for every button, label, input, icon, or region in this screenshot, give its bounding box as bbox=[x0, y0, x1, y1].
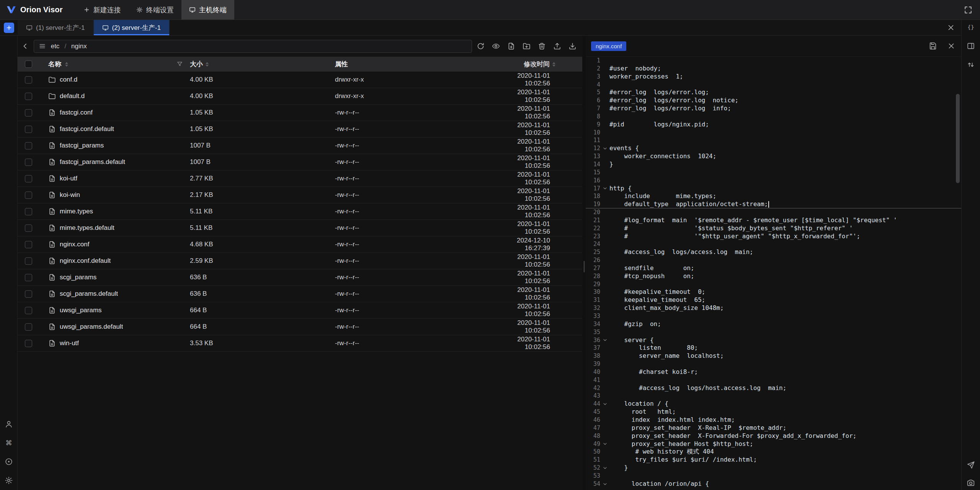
code-line[interactable]: 20 bbox=[586, 208, 961, 216]
close-panel-icon[interactable] bbox=[947, 23, 955, 32]
file-row[interactable]: scgi_params636 B-rw-r--r--2020-11-01 10:… bbox=[18, 269, 582, 286]
code-line[interactable]: 35 bbox=[586, 328, 961, 336]
code-line[interactable]: 31 keepalive_timeout 65; bbox=[586, 296, 961, 304]
code-line[interactable]: 3worker_processes 1; bbox=[586, 73, 961, 81]
terminal-tab-2[interactable]: (2) server-生产-1 bbox=[94, 20, 170, 35]
file-row[interactable]: fastcgi_params.default1007 B-rw-r--r--20… bbox=[18, 154, 582, 170]
code-line[interactable]: 28 #tcp_nopush on; bbox=[586, 272, 961, 280]
code-line[interactable]: 18 include mime.types; bbox=[586, 192, 961, 200]
select-all-checkbox[interactable] bbox=[25, 61, 32, 68]
new-folder-button[interactable] bbox=[522, 42, 531, 51]
send-icon[interactable] bbox=[967, 461, 975, 469]
row-checkbox[interactable] bbox=[25, 159, 32, 166]
code-line[interactable]: 36 server { bbox=[586, 336, 961, 344]
panel-splitter[interactable] bbox=[582, 36, 586, 490]
filter-icon[interactable] bbox=[176, 61, 183, 67]
code-line[interactable]: 39 bbox=[586, 360, 961, 368]
code-line[interactable]: 44 location / { bbox=[586, 400, 961, 408]
code-line[interactable]: 6#error_log logs/error.log notice; bbox=[586, 97, 961, 105]
code-line[interactable]: 14} bbox=[586, 161, 961, 169]
terminal-tab-1[interactable]: (1) server-生产-1 bbox=[18, 20, 94, 35]
code-line[interactable]: 34 #gzip on; bbox=[586, 320, 961, 328]
path-input[interactable]: etc / nginx bbox=[34, 40, 472, 53]
code-line[interactable]: 51 try_files $uri $uri/ /index.html; bbox=[586, 456, 961, 464]
menu-item-new-connection[interactable]: 新建连接 bbox=[76, 0, 129, 20]
sort-size-icon[interactable] bbox=[206, 62, 209, 67]
column-label-modified[interactable]: 修改时间 bbox=[524, 60, 550, 69]
save-file-button[interactable] bbox=[928, 41, 938, 51]
code-line[interactable]: 47 proxy_set_header X-Real-IP $remote_ad… bbox=[586, 424, 961, 432]
fold-toggle-icon[interactable] bbox=[600, 186, 609, 191]
code-line[interactable]: 22 # '$status $body_bytes_sent "$http_re… bbox=[586, 225, 961, 233]
braces-icon[interactable]: {} bbox=[967, 23, 975, 31]
code-line[interactable]: 8 bbox=[586, 113, 961, 121]
fold-toggle-icon[interactable] bbox=[600, 402, 609, 406]
file-row[interactable]: koi-win2.17 KB-rw-r--r--2020-11-01 10:02… bbox=[18, 187, 582, 203]
file-row[interactable]: fastcgi.conf1.05 KB-rw-r--r--2020-11-01 … bbox=[18, 105, 582, 121]
code-line[interactable]: 29 bbox=[586, 280, 961, 288]
fold-toggle-icon[interactable] bbox=[600, 338, 609, 343]
list-icon[interactable] bbox=[39, 43, 46, 50]
code-line[interactable]: 17http { bbox=[586, 185, 961, 193]
user-icon[interactable] bbox=[5, 420, 13, 428]
command-icon[interactable]: ⌘ bbox=[5, 439, 13, 447]
code-line[interactable]: 43 bbox=[586, 392, 961, 400]
code-line[interactable]: 38 server_name localhost; bbox=[586, 352, 961, 360]
code-line[interactable]: 24 bbox=[586, 240, 961, 248]
code-line[interactable]: 30 #keepalive_timeout 0; bbox=[586, 288, 961, 296]
code-line[interactable]: 45 root html; bbox=[586, 408, 961, 416]
row-checkbox[interactable] bbox=[25, 109, 32, 116]
code-line[interactable]: 7#error_log logs/error.log info; bbox=[586, 105, 961, 113]
fold-toggle-icon[interactable] bbox=[600, 482, 609, 487]
row-checkbox[interactable] bbox=[25, 192, 32, 199]
column-label-name[interactable]: 名称 bbox=[48, 60, 61, 69]
code-line[interactable]: 12events { bbox=[586, 144, 961, 152]
code-line[interactable]: 23 # '"$http_user_agent" "$http_x_forwar… bbox=[586, 233, 961, 241]
file-row[interactable]: default.d4.00 KBdrwxr-xr-x2020-11-01 10:… bbox=[18, 88, 582, 105]
editor-file-tab[interactable]: nginx.conf bbox=[591, 41, 626, 51]
code-line[interactable]: 16 bbox=[586, 177, 961, 185]
new-file-button[interactable] bbox=[506, 42, 516, 51]
code-line[interactable]: 4 bbox=[586, 81, 961, 89]
code-line[interactable]: 49 proxy_set_header Host $http_host; bbox=[586, 440, 961, 448]
code-line[interactable]: 46 index index.html index.htm; bbox=[586, 416, 961, 424]
menu-item-terminal-settings[interactable]: 终端设置 bbox=[129, 0, 181, 20]
file-row[interactable]: koi-utf2.77 KB-rw-r--r--2020-11-01 10:02… bbox=[18, 170, 582, 187]
row-checkbox[interactable] bbox=[25, 323, 32, 331]
file-row[interactable]: mime.types5.11 KB-rw-r--r--2020-11-01 10… bbox=[18, 203, 582, 220]
code-line[interactable]: 21 #log_format main '$remote_addr - $rem… bbox=[586, 216, 961, 225]
code-line[interactable]: 2#user nobody; bbox=[586, 65, 961, 73]
file-row[interactable]: scgi_params.default636 B-rw-r--r--2020-1… bbox=[18, 286, 582, 302]
file-row[interactable]: uwsgi_params.default664 B-rw-r--r--2020-… bbox=[18, 319, 582, 335]
fullscreen-icon[interactable] bbox=[964, 6, 972, 14]
file-row[interactable]: fastcgi_params1007 B-rw-r--r--2020-11-01… bbox=[18, 138, 582, 154]
code-line[interactable]: 32 client_max_body_size 1048m; bbox=[586, 304, 961, 312]
code-line[interactable]: 50 # web history 模式 404 bbox=[586, 448, 961, 456]
toggle-hidden-button[interactable] bbox=[491, 42, 500, 51]
file-row[interactable]: conf.d4.00 KBdrwxr-xr-x2020-11-01 10:02:… bbox=[18, 72, 582, 88]
code-line[interactable]: 33 bbox=[586, 312, 961, 320]
code-line[interactable]: 13 worker_connections 1024; bbox=[586, 152, 961, 161]
row-checkbox[interactable] bbox=[25, 142, 32, 149]
screenshot-icon[interactable] bbox=[967, 479, 975, 487]
code-line[interactable]: 25 #access_log logs/access.log main; bbox=[586, 248, 961, 256]
file-row[interactable]: mime.types.default5.11 KB-rw-r--r--2020-… bbox=[18, 220, 582, 236]
breadcrumb-segment[interactable]: nginx bbox=[71, 43, 87, 50]
row-checkbox[interactable] bbox=[25, 93, 32, 100]
row-checkbox[interactable] bbox=[25, 257, 32, 265]
code-line[interactable]: 54 location /orion/api { bbox=[586, 480, 961, 488]
delete-button[interactable] bbox=[537, 42, 546, 51]
code-line[interactable]: 11 bbox=[586, 136, 961, 144]
code-line[interactable]: 5#error_log logs/error.log; bbox=[586, 88, 961, 97]
file-row[interactable]: win-utf3.53 KB-rw-r--r--2020-11-01 10:02… bbox=[18, 335, 582, 352]
code-line[interactable]: 10 bbox=[586, 129, 961, 137]
fold-toggle-icon[interactable] bbox=[600, 146, 609, 151]
code-line[interactable]: 52 } bbox=[586, 464, 961, 472]
close-editor-button[interactable] bbox=[947, 41, 956, 51]
row-checkbox[interactable] bbox=[25, 307, 32, 314]
menu-item-host-terminal[interactable]: 主机终端 bbox=[181, 0, 234, 20]
refresh-button[interactable] bbox=[476, 42, 485, 51]
sort-modified-icon[interactable] bbox=[552, 62, 555, 67]
settings-icon[interactable] bbox=[5, 476, 13, 485]
code-line[interactable]: 26 bbox=[586, 256, 961, 264]
